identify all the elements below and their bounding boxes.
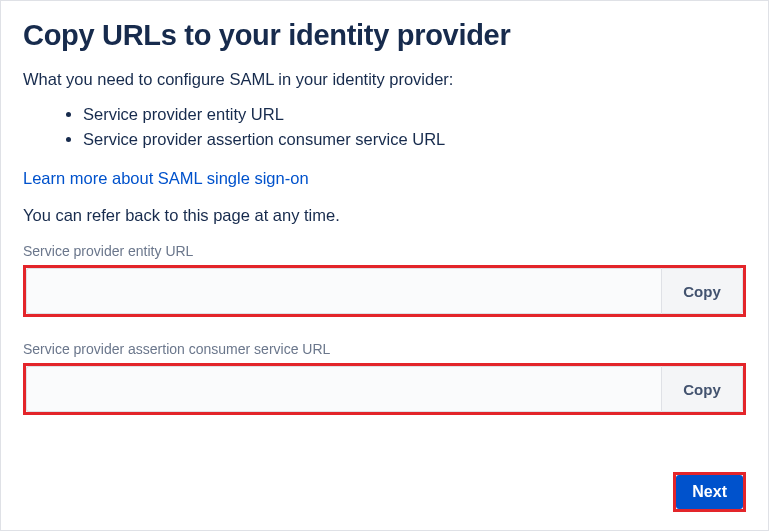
list-item: Service provider assertion consumer serv… <box>83 130 746 149</box>
learn-more-link[interactable]: Learn more about SAML single sign-on <box>23 169 309 188</box>
requirements-list: Service provider entity URL Service prov… <box>23 105 746 149</box>
entity-url-input[interactable] <box>26 268 661 314</box>
entity-url-row: Copy <box>23 265 746 317</box>
copy-acs-url-button[interactable]: Copy <box>661 366 743 412</box>
copy-entity-url-button[interactable]: Copy <box>661 268 743 314</box>
footer-actions: Next <box>673 472 746 512</box>
entity-url-label: Service provider entity URL <box>23 243 746 259</box>
refer-text: You can refer back to this page at any t… <box>23 206 746 225</box>
saml-config-panel: Copy URLs to your identity provider What… <box>0 0 769 531</box>
page-title: Copy URLs to your identity provider <box>23 19 746 52</box>
acs-url-input[interactable] <box>26 366 661 412</box>
next-button[interactable]: Next <box>676 475 743 509</box>
next-button-highlight: Next <box>673 472 746 512</box>
intro-text: What you need to configure SAML in your … <box>23 70 746 89</box>
list-item: Service provider entity URL <box>83 105 746 124</box>
acs-url-row: Copy <box>23 363 746 415</box>
acs-url-label: Service provider assertion consumer serv… <box>23 341 746 357</box>
